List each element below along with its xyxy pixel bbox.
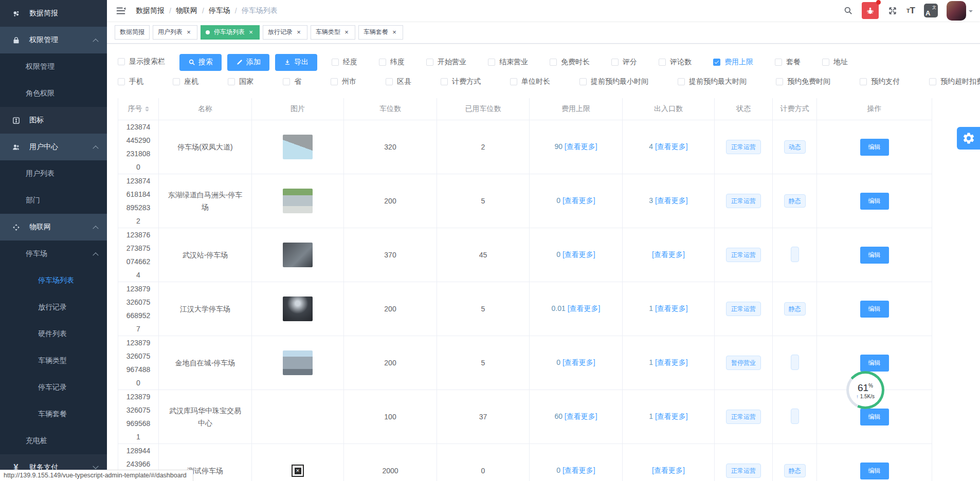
hamburger-icon[interactable]	[115, 5, 126, 16]
gates-view-more-link[interactable]: [查看更多]	[652, 466, 685, 474]
search-icon[interactable]	[843, 6, 853, 15]
checkbox-box[interactable]	[713, 59, 720, 66]
font-size-icon[interactable]: TT	[906, 6, 915, 16]
fee-view-more-link[interactable]: [查看更多]	[568, 304, 601, 312]
error-log-button[interactable]	[862, 2, 879, 19]
checkbox-box[interactable]	[929, 78, 936, 85]
breadcrumb-item-1[interactable]: 物联网	[176, 6, 197, 15]
edit-button[interactable]: 编辑	[860, 139, 889, 156]
add-button[interactable]: 添加	[227, 54, 269, 71]
column-toggle-checkbox[interactable]: 开始营业	[426, 58, 466, 67]
sidebar-item-9[interactable]: 停车场	[0, 240, 107, 267]
checkbox-box[interactable]	[510, 78, 517, 85]
tab-0[interactable]: 数据简报	[115, 25, 150, 40]
sidebar-item-0[interactable]: 数据简报	[0, 0, 107, 27]
gates-view-more-link[interactable]: [查看更多]	[652, 250, 685, 258]
edit-button[interactable]: 编辑	[860, 355, 889, 372]
column-toggle-checkbox[interactable]: 经度	[332, 58, 357, 67]
column-toggle-checkbox[interactable]: 评分	[611, 58, 637, 67]
checkbox-box[interactable]	[173, 78, 180, 85]
checkbox-box[interactable]	[488, 59, 495, 66]
column-toggle-checkbox[interactable]: 预约支付	[860, 77, 900, 86]
checkbox-box[interactable]	[441, 78, 448, 85]
column-toggle-checkbox[interactable]: 预约超时扣费	[929, 77, 980, 86]
column-toggle-checkbox[interactable]: 省	[283, 77, 301, 86]
tab-close-icon[interactable]: ×	[185, 29, 192, 36]
tab-5[interactable]: 车辆套餐 ×	[358, 25, 403, 40]
parking-photo[interactable]	[283, 297, 313, 321]
column-toggle-checkbox[interactable]: 座机	[173, 77, 198, 86]
column-toggle-checkbox[interactable]: 提前预约最大时间	[678, 77, 747, 86]
sidebar-item-6[interactable]: 用户列表	[0, 160, 107, 187]
export-button[interactable]: 导出	[275, 54, 317, 71]
parking-photo[interactable]	[283, 135, 313, 159]
search-button[interactable]: 搜索	[179, 54, 222, 71]
tab-3[interactable]: 放行记录 ×	[263, 25, 307, 40]
sidebar-item-3[interactable]: 角色权限	[0, 80, 107, 107]
parking-photo[interactable]	[283, 189, 313, 213]
gates-view-more-link[interactable]: [查看更多]	[655, 358, 688, 366]
sidebar-item-11[interactable]: 放行记录	[0, 294, 107, 321]
checkbox-box[interactable]	[283, 78, 290, 85]
checkbox-box[interactable]	[550, 59, 557, 66]
checkbox-box[interactable]	[579, 78, 587, 85]
sidebar-item-10[interactable]: 停车场列表	[0, 267, 107, 294]
column-toggle-checkbox[interactable]: 预约免费时间	[776, 77, 830, 86]
column-toggle-checkbox[interactable]: 评论数	[659, 58, 692, 67]
sidebar-item-14[interactable]: 停车记录	[0, 374, 107, 401]
sidebar-item-8[interactable]: 物联网	[0, 214, 107, 240]
fullscreen-icon[interactable]	[887, 6, 898, 16]
column-toggle-checkbox[interactable]: 地址	[822, 58, 848, 67]
fee-view-more-link[interactable]: [查看更多]	[565, 412, 597, 420]
breadcrumb-item-2[interactable]: 停车场	[209, 6, 230, 15]
column-toggle-checkbox[interactable]: 单位时长	[510, 77, 550, 86]
settings-panel-button[interactable]	[957, 127, 980, 150]
column-toggle-checkbox[interactable]: 计费方式	[441, 77, 481, 86]
fee-view-more-link[interactable]: [查看更多]	[565, 142, 597, 151]
user-menu[interactable]	[947, 1, 973, 21]
gates-view-more-link[interactable]: [查看更多]	[655, 304, 688, 312]
checkbox-box[interactable]	[118, 58, 125, 65]
sidebar-item-1[interactable]: 权限管理	[0, 27, 107, 53]
fee-view-more-link[interactable]: [查看更多]	[562, 196, 595, 205]
checkbox-box[interactable]	[776, 78, 783, 85]
edit-button[interactable]: 编辑	[860, 247, 889, 264]
column-toggle-checkbox[interactable]: 套餐	[775, 58, 801, 67]
column-toggle-checkbox[interactable]: 手机	[118, 77, 143, 86]
fee-view-more-link[interactable]: [查看更多]	[562, 250, 595, 258]
column-toggle-checkbox[interactable]: 结束营业	[488, 58, 528, 67]
sort-carets-icon[interactable]	[145, 106, 149, 112]
checkbox-box[interactable]	[332, 59, 339, 66]
fee-view-more-link[interactable]: [查看更多]	[562, 466, 595, 474]
tab-2[interactable]: 停车场列表 ×	[201, 25, 260, 40]
translate-icon[interactable]: A文	[924, 4, 938, 17]
checkbox-box[interactable]	[611, 59, 619, 66]
network-speed-widget[interactable]: 61% ↑ 1.5K/s	[846, 371, 884, 409]
fee-view-more-link[interactable]: [查看更多]	[562, 358, 595, 366]
edit-button[interactable]: 编辑	[860, 301, 889, 318]
column-toggle-checkbox[interactable]: 州市	[331, 77, 356, 86]
column-toggle-checkbox[interactable]: 纬度	[379, 58, 405, 67]
column-toggle-checkbox[interactable]: 区县	[386, 77, 411, 86]
sidebar-item-2[interactable]: 权限管理	[0, 53, 107, 80]
column-toggle-checkbox[interactable]: 免费时长	[550, 58, 590, 67]
checkbox-box[interactable]	[386, 78, 393, 85]
edit-button[interactable]: 编辑	[860, 409, 889, 425]
parking-photo[interactable]	[283, 350, 313, 375]
edit-button[interactable]: 编辑	[860, 193, 889, 210]
sidebar-item-16[interactable]: 充电桩	[0, 428, 107, 454]
checkbox-box[interactable]	[379, 59, 386, 66]
gates-view-more-link[interactable]: [查看更多]	[655, 412, 688, 420]
sidebar-item-12[interactable]: 硬件列表	[0, 321, 107, 347]
column-toggle-checkbox[interactable]: 提前预约最小时间	[579, 77, 648, 86]
sidebar-item-5[interactable]: 用户中心	[0, 134, 107, 160]
tab-close-icon[interactable]: ×	[247, 29, 255, 36]
checkbox-box[interactable]	[331, 78, 338, 85]
sidebar-item-7[interactable]: 部门	[0, 187, 107, 214]
checkbox-box[interactable]	[678, 78, 685, 85]
checkbox-box[interactable]	[822, 59, 829, 66]
column-toggle-checkbox[interactable]: 显示搜索栏	[118, 57, 165, 66]
checkbox-box[interactable]	[659, 59, 666, 66]
checkbox-box[interactable]	[860, 78, 867, 85]
checkbox-box[interactable]	[426, 59, 433, 66]
